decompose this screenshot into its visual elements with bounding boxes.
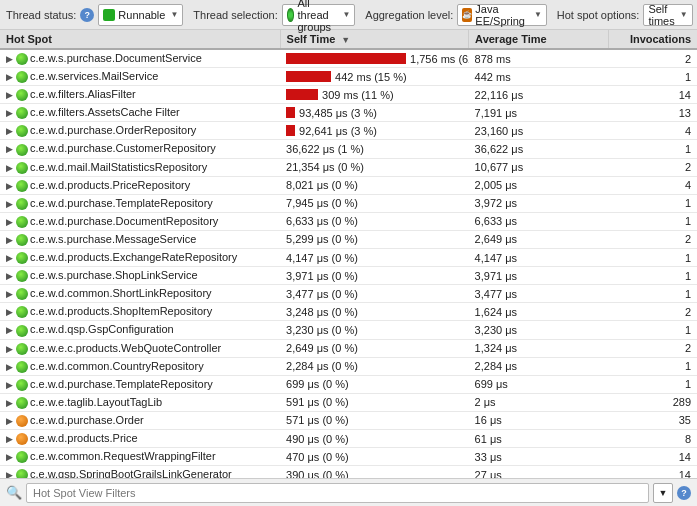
selftime-cell: 3,971 μs (0 %) — [280, 267, 469, 285]
invocations-cell: 1 — [609, 375, 697, 393]
expand-button[interactable]: ▶ — [6, 126, 16, 136]
expand-button[interactable]: ▶ — [6, 144, 16, 154]
hotspot-name: c.e.w.common.RequestWrappingFilter — [30, 450, 216, 462]
selftime-cell: 591 μs (0 %) — [280, 393, 469, 411]
hotspot-name: c.e.w.s.purchase.ShopLinkService — [30, 269, 198, 281]
avgtime-cell: 1,624 μs — [469, 303, 609, 321]
expand-button[interactable]: ▶ — [6, 289, 16, 299]
avgtime-cell: 3,230 μs — [469, 321, 609, 339]
col-header-hotspot[interactable]: Hot Spot — [0, 30, 280, 49]
table-row: ▶c.e.w.d.purchase.OrderRepository92,641 … — [0, 122, 697, 140]
col-header-avgtime[interactable]: Average Time — [469, 30, 609, 49]
expand-button[interactable]: ▶ — [6, 199, 16, 209]
expand-button[interactable]: ▶ — [6, 253, 16, 263]
green-indicator-icon — [16, 216, 28, 228]
toolbar: Thread status: ? Runnable ▼ Thread selec… — [0, 0, 697, 30]
col-header-selftime[interactable]: Self Time ▼ — [280, 30, 469, 49]
orange-indicator-icon — [16, 415, 28, 427]
hotspot-name: c.e.w.d.common.CountryRepository — [30, 360, 204, 372]
selftime-cell: 3,477 μs (0 %) — [280, 285, 469, 303]
table-row: ▶c.e.w.s.purchase.MessageService5,299 μs… — [0, 230, 697, 248]
green-indicator-icon — [16, 180, 28, 192]
hotspot-cell: ▶c.e.w.d.products.PriceRepository — [0, 176, 280, 194]
selftime-cell: 309 ms (11 %) — [280, 86, 469, 104]
green-indicator-icon — [16, 234, 28, 246]
avgtime-cell: 3,971 μs — [469, 267, 609, 285]
expand-button[interactable]: ▶ — [6, 398, 16, 408]
selftime-value: 7,945 μs (0 %) — [286, 197, 358, 209]
thread-status-help-icon[interactable]: ? — [80, 8, 94, 22]
invocations-cell: 2 — [609, 158, 697, 176]
expand-button[interactable]: ▶ — [6, 72, 16, 82]
invocations-cell: 289 — [609, 393, 697, 411]
search-icon: 🔍 — [6, 485, 22, 500]
filter-help-icon[interactable]: ? — [677, 486, 691, 500]
expand-button[interactable]: ▶ — [6, 217, 16, 227]
time-bar — [286, 53, 406, 64]
expand-button[interactable]: ▶ — [6, 271, 16, 281]
hotspot-name: c.e.w.s.purchase.DocumentService — [30, 52, 202, 64]
hotspot-cell: ▶c.e.w.d.mail.MailStatisticsRepository — [0, 158, 280, 176]
invocations-cell: 1 — [609, 212, 697, 230]
avgtime-cell: 61 μs — [469, 429, 609, 447]
invocations-cell: 1 — [609, 285, 697, 303]
expand-button[interactable]: ▶ — [6, 434, 16, 444]
expand-button[interactable]: ▶ — [6, 452, 16, 462]
selftime-cell: 490 μs (0 %) — [280, 429, 469, 447]
hotspot-cell: ▶c.e.w.d.purchase.DocumentRepository — [0, 212, 280, 230]
table-row: ▶c.e.w.filters.AssetsCache Filter93,485 … — [0, 104, 697, 122]
selftime-cell: 1,756 ms (62 %) — [280, 49, 469, 68]
hotspot-name: c.e.w.d.qsp.GspConfiguration — [30, 323, 174, 335]
green-indicator-icon — [16, 288, 28, 300]
expand-button[interactable]: ▶ — [6, 344, 16, 354]
hotspot-name: c.e.w.d.mail.MailStatisticsRepository — [30, 161, 207, 173]
thread-selection-dropdown[interactable]: All thread groups ▼ — [282, 4, 356, 26]
thread-status-dropdown[interactable]: Runnable ▼ — [98, 4, 183, 26]
expand-button[interactable]: ▶ — [6, 54, 16, 64]
aggregation-dropdown[interactable]: ☕ Java EE/Spring ▼ — [457, 4, 546, 26]
expand-button[interactable]: ▶ — [6, 362, 16, 372]
expand-button[interactable]: ▶ — [6, 108, 16, 118]
invocations-cell: 1 — [609, 357, 697, 375]
invocations-cell: 2 — [609, 339, 697, 357]
hotspot-cell: ▶c.e.w.qsp.SpringBootGrailsLinkGenerator — [0, 466, 280, 478]
expand-button[interactable]: ▶ — [6, 307, 16, 317]
selftime-cell: 93,485 μs (3 %) — [280, 104, 469, 122]
avgtime-cell: 6,633 μs — [469, 212, 609, 230]
avgtime-cell: 16 μs — [469, 411, 609, 429]
filter-input[interactable] — [26, 483, 649, 503]
selftime-value: 442 ms (15 %) — [335, 71, 407, 83]
filter-dropdown[interactable]: ▼ — [653, 483, 673, 503]
table-row: ▶c.e.w.d.purchase.Order571 μs (0 %)16 μs… — [0, 411, 697, 429]
expand-button[interactable]: ▶ — [6, 163, 16, 173]
invocations-cell: 2 — [609, 230, 697, 248]
hotspot-name: c.e.w.d.purchase.Order — [30, 414, 144, 426]
expand-button[interactable]: ▶ — [6, 470, 16, 478]
invocations-cell: 35 — [609, 411, 697, 429]
table-row: ▶c.e.w.d.products.ShopItemRepository3,24… — [0, 303, 697, 321]
hotspot-dropdown[interactable]: Self times ▼ — [643, 4, 692, 26]
hotspot-name: c.e.w.d.products.ShopItemRepository — [30, 305, 212, 317]
hotspot-cell: ▶c.e.w.d.purchase.Order — [0, 411, 280, 429]
expand-button[interactable]: ▶ — [6, 235, 16, 245]
runnable-icon — [103, 9, 115, 21]
selftime-value: 36,622 μs (1 %) — [286, 143, 364, 155]
green-indicator-icon — [16, 469, 28, 478]
table-row: ▶c.e.w.d.products.Price490 μs (0 %)61 μs… — [0, 429, 697, 447]
table-row: ▶c.e.w.d.common.CountryRepository2,284 μ… — [0, 357, 697, 375]
hotspot-name: c.e.w.d.common.ShortLinkRepository — [30, 287, 212, 299]
invocations-cell: 1 — [609, 194, 697, 212]
thread-status-label: Thread status: — [6, 9, 76, 21]
expand-button[interactable]: ▶ — [6, 90, 16, 100]
green-indicator-icon — [16, 361, 28, 373]
green-indicator-icon — [16, 379, 28, 391]
hotspot-cell: ▶c.e.w.d.products.ShopItemRepository — [0, 303, 280, 321]
hotspot-name: c.e.w.s.purchase.MessageService — [30, 233, 196, 245]
col-header-invocations[interactable]: Invocations — [609, 30, 697, 49]
selftime-value: 571 μs (0 %) — [286, 414, 349, 426]
expand-button[interactable]: ▶ — [6, 181, 16, 191]
expand-button[interactable]: ▶ — [6, 325, 16, 335]
hotspot-cell: ▶c.e.w.s.purchase.ShopLinkService — [0, 267, 280, 285]
expand-button[interactable]: ▶ — [6, 380, 16, 390]
expand-button[interactable]: ▶ — [6, 416, 16, 426]
